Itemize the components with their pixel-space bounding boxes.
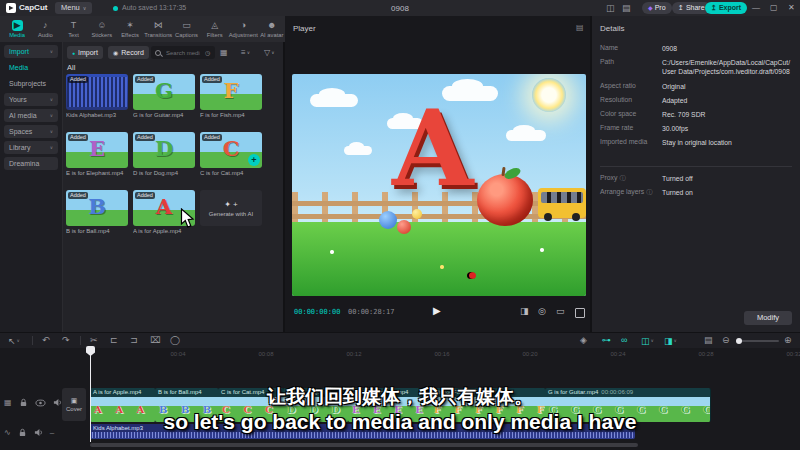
export-button[interactable]: ↥Export xyxy=(705,2,747,14)
tab-audio[interactable]: ♪Audio xyxy=(31,16,59,42)
total-duration: 00:00:28:17 xyxy=(348,308,394,316)
filter-icon[interactable]: ▽∨ xyxy=(264,48,274,57)
timeline-zoom-slider[interactable] xyxy=(737,340,779,342)
tab-ai-avatar[interactable]: ☻AI avatar xyxy=(258,16,286,42)
sidebar-item-ai-media[interactable]: AI media∨ xyxy=(4,109,58,122)
detail-label: Proxyⓘ xyxy=(600,174,662,183)
zoom-out-icon[interactable]: ⊖ xyxy=(722,335,730,346)
detail-value: Turned off xyxy=(662,174,794,183)
generate-with-ai-card[interactable]: ✦ +Generate with AI xyxy=(200,190,262,226)
trim-left-icon[interactable]: ⊏ xyxy=(110,335,118,346)
fullscreen-icon[interactable] xyxy=(575,308,585,318)
snapshot-icon[interactable]: ◎ xyxy=(538,306,546,316)
media-item-e-is-for-elephant-mp4[interactable]: EAddedE is for Elephant.mp4 xyxy=(66,132,128,176)
modify-button[interactable]: Modify xyxy=(744,311,792,325)
link-clips-icon[interactable]: ∞ xyxy=(621,335,627,346)
tab-media[interactable]: ▶Media xyxy=(3,16,31,42)
media-item-c-is-for-cat-mp4[interactable]: CAdded+C is for Cat.mp4 xyxy=(200,132,262,176)
sidebar-item-yours[interactable]: Yours∨ xyxy=(4,93,58,106)
sidebar-item-subprojects[interactable]: Subprojects xyxy=(4,77,58,90)
export-icon: ↥ xyxy=(711,2,717,14)
media-item-name: Kids Alphabet.mp3 xyxy=(66,112,128,118)
maximize-icon[interactable]: ▢ xyxy=(770,3,778,12)
chevron-down-icon: ∨ xyxy=(271,50,274,55)
ladybug xyxy=(467,272,476,279)
mirror-preview-icon[interactable]: ◨ xyxy=(520,306,529,316)
media-item-g-is-for-guitar-mp4[interactable]: GAddedG is for Guitar.mp4 xyxy=(133,74,195,118)
video-thumbnail: CAdded+ xyxy=(200,132,262,168)
details-title: Details xyxy=(600,24,624,33)
video-preview[interactable]: A xyxy=(292,74,586,296)
play-button[interactable]: ▶ xyxy=(433,305,441,316)
red-ball xyxy=(397,220,411,234)
detail-row: Arrange layersⓘTurned on xyxy=(600,188,794,197)
media-item-d-is-for-dog-mp4[interactable]: DAddedD is for Dog.mp4 xyxy=(133,132,195,176)
media-item-kids-alphabet-mp3[interactable]: AddedKids Alphabet.mp3 xyxy=(66,74,128,118)
zoom-in-icon[interactable]: ⊕ xyxy=(784,335,792,346)
layout-toggle-icon[interactable]: ◫ xyxy=(606,3,615,13)
undo-icon[interactable]: ↶ xyxy=(42,335,50,346)
adjustment-icon: ◑ xyxy=(241,20,246,31)
import-dot-icon: ● xyxy=(72,50,75,56)
record-button[interactable]: ◉Record xyxy=(108,46,149,59)
tab-effects[interactable]: ✶Effects xyxy=(116,16,144,42)
close-icon[interactable]: ✕ xyxy=(788,3,795,12)
minimize-icon[interactable]: — xyxy=(752,3,760,12)
add-to-timeline-button[interactable]: + xyxy=(248,154,260,166)
tab-filters[interactable]: ◬Filters xyxy=(201,16,229,42)
letter-a-3d: A xyxy=(392,96,473,201)
media-item-f-is-for-fish-mp4[interactable]: FAddedF is for Fish.mp4 xyxy=(200,74,262,118)
detail-row: Aspect ratioOriginal xyxy=(600,82,794,91)
player-options-icon[interactable]: ▤ xyxy=(576,23,584,32)
tool-tabs-bar: ▶Media♪AudioTText☺Stickers✶Effects⋈Trans… xyxy=(0,16,289,42)
detail-value: Rec. 709 SDR xyxy=(662,110,794,119)
sidebar-item-library[interactable]: Library∨ xyxy=(4,141,58,154)
search-input[interactable] xyxy=(164,49,202,57)
tab-captions[interactable]: ▭Captions xyxy=(172,16,200,42)
search-options-icon[interactable]: ◷ xyxy=(205,49,210,56)
import-button[interactable]: ●Import xyxy=(67,46,103,59)
grid-view-icon[interactable]: ▦ xyxy=(220,48,228,57)
media-item-b-is-for-ball-mp4[interactable]: BAddedB is for Ball.mp4 xyxy=(66,190,128,234)
ruler-tick: 00:04 xyxy=(170,351,185,357)
slider-knob[interactable] xyxy=(736,338,742,344)
menu-button[interactable]: Menu∨ xyxy=(55,2,92,14)
tab-label: Media xyxy=(9,32,25,38)
tab-stickers[interactable]: ☺Stickers xyxy=(88,16,116,42)
ruler-tick: 00:16 xyxy=(434,351,449,357)
sidebar-item-import[interactable]: Import∨ xyxy=(4,45,58,58)
detail-row: Color spaceRec. 709 SDR xyxy=(600,110,794,119)
trim-right-icon[interactable]: ⊐ xyxy=(130,335,138,346)
sidebar-item-dreamina[interactable]: Dreamina xyxy=(4,157,58,170)
tab-adjustment[interactable]: ◑Adjustment xyxy=(229,16,258,42)
search-box[interactable]: ◷ xyxy=(151,46,215,59)
tab-transitions[interactable]: ⋈Transitions xyxy=(144,16,172,42)
split-icon[interactable]: ✂ xyxy=(90,335,98,346)
sidebar-item-media[interactable]: Media xyxy=(4,61,58,74)
ratio-icon[interactable]: ▭ xyxy=(556,306,565,316)
pro-button[interactable]: ◆Pro xyxy=(642,2,672,14)
select-tool-icon[interactable]: ↖∨ xyxy=(8,335,20,347)
auto-ripple-icon[interactable]: ◨∨ xyxy=(664,335,677,347)
subtitle-chinese: 让我们回到媒体，我只有媒体。 xyxy=(0,384,800,410)
detail-value: Original xyxy=(662,82,794,91)
redo-icon[interactable]: ↷ xyxy=(62,335,70,346)
transitions-icon: ⋈ xyxy=(154,20,163,31)
sidebar-item-spaces[interactable]: Spaces∨ xyxy=(4,125,58,138)
tab-label: Text xyxy=(68,32,79,38)
tab-label: Audio xyxy=(38,32,53,38)
capcut-window: CapCut Menu∨ Auto saved 13:17:35 0908 ◫ … xyxy=(0,0,800,450)
chevron-down-icon: ∨ xyxy=(17,338,20,343)
mask-icon[interactable]: ◯ xyxy=(170,335,180,346)
cloud xyxy=(344,146,372,155)
panel-layout-icon[interactable]: ▤ xyxy=(622,3,631,13)
horizontal-scrollbar[interactable] xyxy=(90,443,638,447)
delete-icon[interactable]: ⌧ xyxy=(150,335,160,346)
tab-text[interactable]: TText xyxy=(59,16,87,42)
preview-axis-icon[interactable]: ◫∨ xyxy=(641,335,654,347)
voiceover-icon[interactable]: ◈ xyxy=(580,335,587,346)
magnetic-snap-icon[interactable]: ⊶ xyxy=(602,335,611,346)
cover-view-icon[interactable]: ▤ xyxy=(704,335,713,346)
sidebar-item-label: Subprojects xyxy=(9,80,46,87)
sort-icon[interactable]: ≡∨ xyxy=(241,48,250,57)
